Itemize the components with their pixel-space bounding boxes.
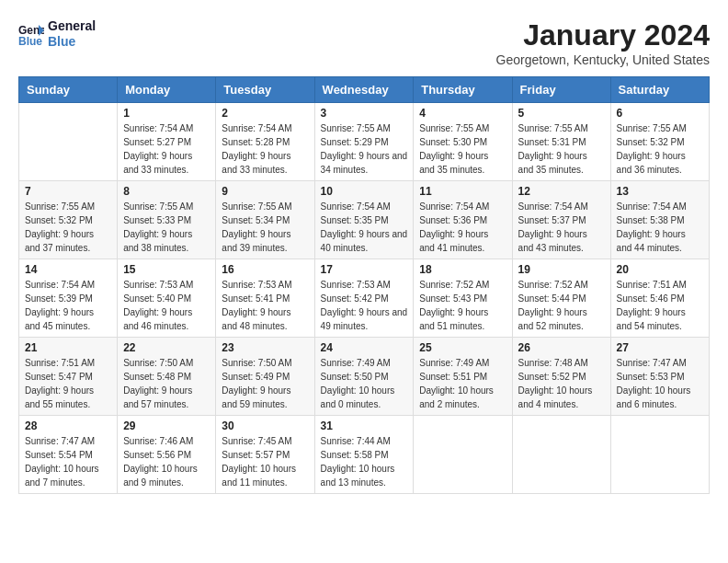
- day-info: Sunrise: 7:53 AMSunset: 5:41 PMDaylight:…: [222, 278, 308, 333]
- week-row-4: 21Sunrise: 7:51 AMSunset: 5:47 PMDayligh…: [19, 338, 710, 416]
- calendar-cell: [610, 416, 709, 494]
- logo-icon: General Blue: [18, 21, 44, 47]
- calendar-cell: 3Sunrise: 7:55 AMSunset: 5:29 PMDaylight…: [314, 103, 414, 181]
- weekday-header-thursday: Thursday: [414, 77, 512, 103]
- calendar-cell: [19, 103, 118, 181]
- day-info: Sunrise: 7:55 AMSunset: 5:32 PMDaylight:…: [25, 200, 111, 255]
- day-number: 18: [419, 263, 506, 276]
- weekday-header-wednesday: Wednesday: [314, 77, 414, 103]
- day-number: 17: [321, 263, 408, 276]
- page-header: General Blue General Blue January 2024 G…: [18, 18, 710, 67]
- day-info: Sunrise: 7:52 AMSunset: 5:44 PMDaylight:…: [518, 278, 605, 333]
- day-number: 5: [518, 107, 605, 120]
- calendar-cell: [512, 416, 610, 494]
- month-title: January 2024: [496, 18, 710, 52]
- day-number: 7: [25, 185, 111, 198]
- day-number: 16: [222, 263, 308, 276]
- day-info: Sunrise: 7:49 AMSunset: 5:51 PMDaylight:…: [419, 356, 506, 411]
- day-info: Sunrise: 7:50 AMSunset: 5:48 PMDaylight:…: [123, 356, 210, 411]
- calendar-cell: 1Sunrise: 7:54 AMSunset: 5:27 PMDaylight…: [118, 103, 216, 181]
- calendar-cell: 18Sunrise: 7:52 AMSunset: 5:43 PMDayligh…: [414, 259, 512, 338]
- day-info: Sunrise: 7:51 AMSunset: 5:47 PMDaylight:…: [25, 356, 111, 411]
- day-info: Sunrise: 7:46 AMSunset: 5:56 PMDaylight:…: [123, 434, 210, 489]
- day-number: 4: [419, 107, 506, 120]
- day-info: Sunrise: 7:54 AMSunset: 5:38 PMDaylight:…: [617, 200, 703, 255]
- day-number: 9: [222, 185, 308, 198]
- day-info: Sunrise: 7:55 AMSunset: 5:32 PMDaylight:…: [617, 121, 703, 177]
- day-info: Sunrise: 7:54 AMSunset: 5:35 PMDaylight:…: [321, 200, 408, 255]
- calendar-cell: 11Sunrise: 7:54 AMSunset: 5:36 PMDayligh…: [414, 181, 512, 259]
- day-info: Sunrise: 7:55 AMSunset: 5:29 PMDaylight:…: [321, 121, 408, 177]
- weekday-header-friday: Friday: [512, 77, 610, 103]
- day-number: 15: [123, 263, 210, 276]
- week-row-1: 1Sunrise: 7:54 AMSunset: 5:27 PMDaylight…: [19, 103, 710, 181]
- logo: General Blue General Blue: [18, 18, 96, 50]
- calendar-cell: [414, 416, 512, 494]
- day-info: Sunrise: 7:50 AMSunset: 5:49 PMDaylight:…: [222, 356, 308, 411]
- day-number: 21: [25, 341, 111, 354]
- day-number: 23: [222, 341, 308, 354]
- day-number: 24: [321, 341, 408, 354]
- calendar-cell: 26Sunrise: 7:48 AMSunset: 5:52 PMDayligh…: [512, 338, 610, 416]
- calendar-table: SundayMondayTuesdayWednesdayThursdayFrid…: [18, 76, 710, 494]
- calendar-cell: 31Sunrise: 7:44 AMSunset: 5:58 PMDayligh…: [314, 416, 414, 494]
- calendar-cell: 9Sunrise: 7:55 AMSunset: 5:34 PMDaylight…: [216, 181, 314, 259]
- day-info: Sunrise: 7:55 AMSunset: 5:30 PMDaylight:…: [419, 121, 506, 177]
- calendar-cell: 23Sunrise: 7:50 AMSunset: 5:49 PMDayligh…: [216, 338, 314, 416]
- weekday-header-sunday: Sunday: [19, 77, 118, 103]
- weekday-header-row: SundayMondayTuesdayWednesdayThursdayFrid…: [19, 77, 710, 103]
- day-info: Sunrise: 7:44 AMSunset: 5:58 PMDaylight:…: [321, 434, 408, 489]
- weekday-header-monday: Monday: [118, 77, 216, 103]
- svg-text:Blue: Blue: [18, 35, 42, 47]
- day-number: 30: [222, 419, 308, 432]
- week-row-5: 28Sunrise: 7:47 AMSunset: 5:54 PMDayligh…: [19, 416, 710, 494]
- day-info: Sunrise: 7:53 AMSunset: 5:40 PMDaylight:…: [123, 278, 210, 333]
- day-number: 27: [617, 341, 703, 354]
- day-info: Sunrise: 7:52 AMSunset: 5:43 PMDaylight:…: [419, 278, 506, 333]
- calendar-cell: 28Sunrise: 7:47 AMSunset: 5:54 PMDayligh…: [19, 416, 118, 494]
- day-number: 14: [25, 263, 111, 276]
- calendar-cell: 20Sunrise: 7:51 AMSunset: 5:46 PMDayligh…: [610, 259, 709, 338]
- calendar-cell: 22Sunrise: 7:50 AMSunset: 5:48 PMDayligh…: [118, 338, 216, 416]
- calendar-cell: 30Sunrise: 7:45 AMSunset: 5:57 PMDayligh…: [216, 416, 314, 494]
- calendar-cell: 5Sunrise: 7:55 AMSunset: 5:31 PMDaylight…: [512, 103, 610, 181]
- day-info: Sunrise: 7:49 AMSunset: 5:50 PMDaylight:…: [321, 356, 408, 411]
- day-number: 19: [518, 263, 605, 276]
- day-number: 3: [321, 107, 408, 120]
- day-number: 13: [617, 185, 703, 198]
- day-info: Sunrise: 7:45 AMSunset: 5:57 PMDaylight:…: [222, 434, 308, 489]
- calendar-cell: 24Sunrise: 7:49 AMSunset: 5:50 PMDayligh…: [314, 338, 414, 416]
- day-number: 22: [123, 341, 210, 354]
- calendar-cell: 4Sunrise: 7:55 AMSunset: 5:30 PMDaylight…: [414, 103, 512, 181]
- calendar-cell: 21Sunrise: 7:51 AMSunset: 5:47 PMDayligh…: [19, 338, 118, 416]
- week-row-3: 14Sunrise: 7:54 AMSunset: 5:39 PMDayligh…: [19, 259, 710, 338]
- day-info: Sunrise: 7:54 AMSunset: 5:36 PMDaylight:…: [419, 200, 506, 255]
- day-info: Sunrise: 7:48 AMSunset: 5:52 PMDaylight:…: [518, 356, 605, 411]
- location-title: Georgetown, Kentucky, United States: [496, 52, 710, 67]
- calendar-cell: 19Sunrise: 7:52 AMSunset: 5:44 PMDayligh…: [512, 259, 610, 338]
- weekday-header-tuesday: Tuesday: [216, 77, 314, 103]
- day-info: Sunrise: 7:51 AMSunset: 5:46 PMDaylight:…: [617, 278, 703, 333]
- day-info: Sunrise: 7:53 AMSunset: 5:42 PMDaylight:…: [321, 278, 408, 333]
- day-number: 28: [25, 419, 111, 432]
- day-info: Sunrise: 7:47 AMSunset: 5:54 PMDaylight:…: [25, 434, 111, 489]
- day-info: Sunrise: 7:55 AMSunset: 5:34 PMDaylight:…: [222, 200, 308, 255]
- week-row-2: 7Sunrise: 7:55 AMSunset: 5:32 PMDaylight…: [19, 181, 710, 259]
- day-number: 20: [617, 263, 703, 276]
- title-area: January 2024 Georgetown, Kentucky, Unite…: [496, 18, 710, 67]
- day-info: Sunrise: 7:54 AMSunset: 5:27 PMDaylight:…: [123, 121, 210, 177]
- day-number: 8: [123, 185, 210, 198]
- day-number: 31: [321, 419, 408, 432]
- calendar-cell: 25Sunrise: 7:49 AMSunset: 5:51 PMDayligh…: [414, 338, 512, 416]
- logo-text: General Blue: [48, 18, 96, 50]
- day-info: Sunrise: 7:55 AMSunset: 5:33 PMDaylight:…: [123, 200, 210, 255]
- calendar-cell: 6Sunrise: 7:55 AMSunset: 5:32 PMDaylight…: [610, 103, 709, 181]
- day-number: 11: [419, 185, 506, 198]
- calendar-cell: 10Sunrise: 7:54 AMSunset: 5:35 PMDayligh…: [314, 181, 414, 259]
- calendar-cell: 27Sunrise: 7:47 AMSunset: 5:53 PMDayligh…: [610, 338, 709, 416]
- day-number: 1: [123, 107, 210, 120]
- calendar-cell: 13Sunrise: 7:54 AMSunset: 5:38 PMDayligh…: [610, 181, 709, 259]
- day-info: Sunrise: 7:55 AMSunset: 5:31 PMDaylight:…: [518, 121, 605, 177]
- calendar-cell: 17Sunrise: 7:53 AMSunset: 5:42 PMDayligh…: [314, 259, 414, 338]
- calendar-cell: 7Sunrise: 7:55 AMSunset: 5:32 PMDaylight…: [19, 181, 118, 259]
